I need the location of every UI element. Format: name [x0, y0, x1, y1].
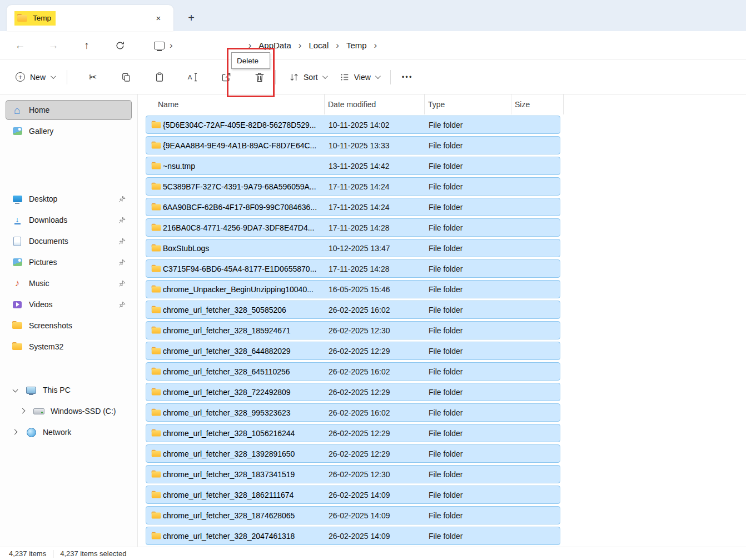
- file-row[interactable]: 216BA0C8-4771-4256-9DA7-3DF8E47D4... 17-…: [146, 218, 560, 237]
- breadcrumb-segment-appdata[interactable]: AppData: [256, 38, 293, 52]
- up-button[interactable]: ↑: [80, 38, 93, 53]
- rename-button[interactable]: A: [183, 67, 203, 87]
- column-header-name[interactable]: Name: [146, 94, 325, 114]
- file-row[interactable]: 6AA90BCF-62B6-4F17-8F09-99C7084636... 17…: [146, 198, 560, 216]
- sidebar-tree-item[interactable]: Windows-SSD (C:): [13, 401, 132, 421]
- sidebar-item[interactable]: Videos: [6, 294, 132, 314]
- file-date-modified: 16-05-2025 15:46: [325, 285, 425, 294]
- sidebar-item[interactable]: Home: [6, 100, 132, 120]
- chevron-right-icon[interactable]: ›: [369, 40, 382, 51]
- chevron-right-icon[interactable]: ›: [294, 40, 307, 51]
- view-icon: [340, 72, 350, 82]
- view-button[interactable]: View: [334, 68, 385, 87]
- sidebar-item[interactable]: Documents: [6, 231, 132, 251]
- file-row[interactable]: chrome_url_fetcher_328_645110256 26-02-2…: [146, 362, 560, 381]
- sidebar-item[interactable]: Downloads: [6, 210, 132, 230]
- sidebar-item[interactable]: Screenshots: [6, 316, 132, 336]
- file-list-pane: Name Date modified Type Size {5D6E304C-7…: [138, 94, 746, 547]
- file-name: chrome_url_fetcher_328_995323623: [163, 408, 325, 417]
- file-date-modified: 26-02-2025 16:02: [325, 306, 425, 314]
- sidebar-item[interactable]: Gallery: [6, 121, 132, 141]
- sidebar-tree-item[interactable]: Network: [6, 422, 132, 442]
- column-header-type[interactable]: Type: [425, 94, 511, 114]
- tab-close-button[interactable]: ×: [151, 11, 166, 26]
- file-row[interactable]: C3715F94-6BD6-45A4-8177-E1D0655870... 17…: [146, 259, 560, 278]
- chevron-right-icon[interactable]: ›: [165, 40, 178, 51]
- tab-temp[interactable]: Temp ×: [7, 5, 173, 31]
- folder-icon: [151, 387, 161, 397]
- file-row[interactable]: BoxStubLogs 10-12-2025 13:47 File folder: [146, 239, 560, 257]
- refresh-button[interactable]: [113, 38, 127, 53]
- pin-icon: [118, 259, 126, 266]
- back-button[interactable]: ←: [13, 38, 27, 53]
- sort-button-label: Sort: [304, 73, 318, 82]
- new-button[interactable]: + New: [9, 68, 61, 86]
- file-row[interactable]: chrome_url_fetcher_328_995323623 26-02-2…: [146, 403, 560, 422]
- sidebar-item-label: Desktop: [29, 194, 57, 203]
- file-type: File folder: [425, 203, 512, 212]
- file-date-modified: 26-02-2025 12:30: [325, 326, 425, 335]
- more-options-button[interactable]: •••: [396, 68, 419, 86]
- file-row[interactable]: {5D6E304C-72AF-405E-82D8-56278D529... 10…: [146, 116, 560, 134]
- view-button-label: View: [354, 73, 371, 82]
- file-row[interactable]: chrome_url_fetcher_328_1392891650 26-02-…: [146, 444, 560, 463]
- file-date-modified: 26-02-2025 12:29: [325, 347, 425, 356]
- cut-button[interactable]: ✂: [83, 67, 103, 87]
- expand-chevron-icon[interactable]: [12, 386, 19, 394]
- edit-actions-group: ✂ A: [83, 67, 270, 87]
- sidebar-item[interactable]: Pictures: [6, 252, 132, 272]
- sidebar-item-icon: [26, 384, 37, 396]
- sidebar-tree-item[interactable]: This PC: [6, 380, 132, 400]
- file-date-modified: 26-02-2025 12:29: [325, 449, 425, 458]
- file-type: File folder: [425, 223, 512, 232]
- breadcrumb-segment-temp[interactable]: Temp: [344, 38, 369, 52]
- chevron-right-icon[interactable]: ›: [331, 40, 344, 51]
- file-type: File folder: [425, 326, 512, 335]
- copy-button[interactable]: [116, 67, 136, 87]
- file-date-modified: 26-02-2025 14:09: [325, 532, 425, 541]
- file-date-modified: 26-02-2025 12:29: [325, 429, 425, 438]
- column-header-size[interactable]: Size: [511, 94, 564, 114]
- forward-button[interactable]: →: [47, 38, 60, 53]
- folder-icon: [151, 202, 161, 212]
- file-row[interactable]: chrome_url_fetcher_328_185924671 26-02-2…: [146, 321, 560, 339]
- file-row[interactable]: {9EAAA8B4-9E49-4A1B-89AC-F8D7E64C... 10-…: [146, 136, 560, 154]
- file-row[interactable]: chrome_Unpacker_BeginUnzipping10040... 1…: [146, 280, 560, 298]
- new-tab-button[interactable]: +: [183, 10, 199, 26]
- paste-button[interactable]: [150, 67, 170, 87]
- file-name: chrome_url_fetcher_328_50585206: [163, 306, 325, 314]
- file-row[interactable]: chrome_url_fetcher_328_1837341519 26-02-…: [146, 465, 560, 483]
- file-row[interactable]: 5C389B7F-327C-4391-9A79-68A596059A... 17…: [146, 177, 560, 196]
- column-header-date-modified[interactable]: Date modified: [325, 94, 425, 114]
- sidebar-item-label: Screenshots: [29, 321, 72, 330]
- chevron-right-icon[interactable]: ›: [243, 40, 257, 51]
- file-row[interactable]: ~nsu.tmp 13-11-2025 14:42 File folder: [146, 157, 560, 175]
- delete-button[interactable]: [250, 67, 270, 87]
- file-row[interactable]: chrome_url_fetcher_328_50585206 26-02-20…: [146, 301, 560, 319]
- file-row[interactable]: chrome_url_fetcher_328_644882029 26-02-2…: [146, 342, 560, 360]
- file-row[interactable]: chrome_url_fetcher_328_1862111674 26-02-…: [146, 486, 560, 504]
- sort-button[interactable]: Sort: [284, 68, 332, 87]
- this-pc-icon[interactable]: [153, 40, 165, 51]
- sidebar-item-label: Documents: [29, 237, 68, 246]
- sidebar-item-label: Gallery: [29, 127, 53, 136]
- sidebar-item[interactable]: Desktop: [6, 189, 132, 209]
- file-date-modified: 26-02-2025 16:02: [325, 367, 425, 376]
- folder-icon: [151, 448, 161, 458]
- tab-bar: Temp × +: [0, 0, 746, 31]
- share-button[interactable]: [216, 67, 236, 87]
- sidebar-item[interactable]: System32: [6, 337, 132, 357]
- file-row[interactable]: chrome_url_fetcher_328_722492809 26-02-2…: [146, 383, 560, 401]
- file-row[interactable]: chrome_url_fetcher_328_1056216244 26-02-…: [146, 424, 560, 442]
- file-date-modified: 17-11-2025 14:24: [325, 203, 425, 212]
- folder-icon: [151, 428, 161, 438]
- file-row[interactable]: chrome_url_fetcher_328_1874628065 26-02-…: [146, 506, 560, 524]
- sidebar-item[interactable]: Music: [6, 273, 132, 293]
- breadcrumb-segment-local[interactable]: Local: [306, 38, 331, 52]
- sidebar-item-icon: [12, 104, 23, 116]
- expand-chevron-icon[interactable]: [12, 428, 19, 436]
- file-row[interactable]: chrome_url_fetcher_328_2047461318 26-02-…: [146, 527, 560, 545]
- expand-chevron-icon[interactable]: [19, 407, 27, 415]
- tab-title: Temp: [33, 14, 51, 22]
- file-name: BoxStubLogs: [163, 244, 325, 253]
